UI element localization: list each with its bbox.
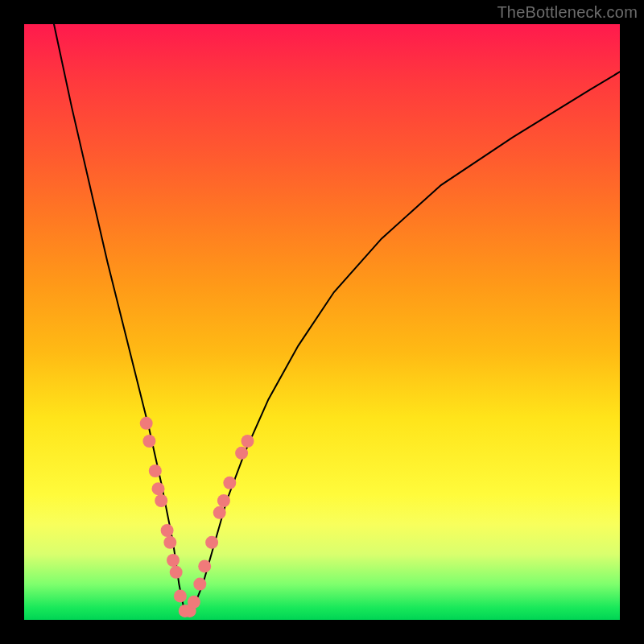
datapoint [163, 536, 176, 549]
chart-stage: TheBottleneck.com [0, 0, 644, 644]
datapoint [198, 559, 211, 572]
datapoint [155, 494, 167, 507]
datapoint [213, 506, 226, 519]
watermark-text: TheBottleneck.com [497, 3, 638, 22]
bottleneck-curve [54, 24, 620, 614]
datapoint [161, 524, 174, 537]
datapoint [142, 435, 155, 448]
datapoint [193, 578, 206, 591]
datapoint [174, 589, 187, 602]
datapoint [235, 447, 248, 460]
datapoint [205, 536, 218, 549]
datapoint [149, 464, 162, 477]
datapoint [217, 494, 230, 507]
datapoint [152, 482, 165, 495]
datapoint [188, 596, 200, 609]
curve-layer [24, 24, 620, 620]
datapoint [167, 554, 180, 567]
datapoint [140, 417, 153, 430]
datapoints-group [140, 417, 254, 617]
datapoint [170, 566, 183, 579]
plot-area [24, 24, 620, 620]
datapoint [223, 477, 236, 489]
datapoint [242, 435, 254, 448]
